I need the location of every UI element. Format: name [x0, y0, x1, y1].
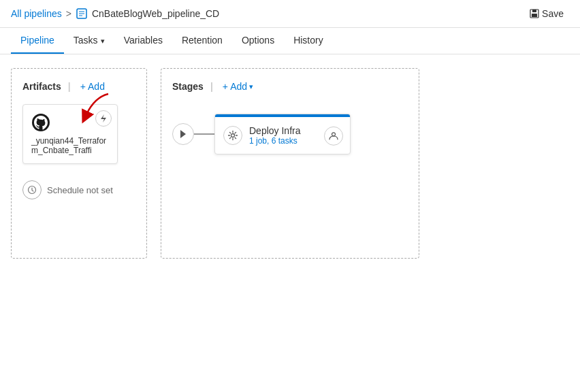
svg-point-8: [332, 133, 336, 136]
stage-card-body: Deploy Infra 1 job, 6 tasks: [215, 117, 350, 154]
trigger-icon: [172, 123, 194, 145]
tasks-chevron-icon: [101, 35, 105, 46]
top-bar: All pipelines > CnBateBlogWeb_pipeline_C…: [0, 0, 580, 28]
stage-info: Deploy Infra 1 job, 6 tasks: [249, 125, 300, 146]
tab-tasks[interactable]: Tasks: [64, 28, 114, 54]
connector-line: [194, 133, 214, 135]
artifacts-header: Artifacts | + Add: [22, 80, 135, 93]
stage-meta: 1 job, 6 tasks: [249, 136, 300, 146]
tab-retention[interactable]: Retention: [172, 28, 232, 54]
tab-pipeline[interactable]: Pipeline: [11, 28, 64, 54]
save-button[interactable]: Save: [524, 5, 569, 22]
stages-panel: Stages | + Add ▾: [161, 68, 419, 259]
breadcrumb: All pipelines > CnBateBlogWeb_pipeline_C…: [11, 7, 219, 20]
all-pipelines-link[interactable]: All pipelines: [11, 8, 62, 19]
stage-card[interactable]: Deploy Infra 1 job, 6 tasks: [214, 114, 351, 154]
artifacts-add-button[interactable]: + Add: [78, 80, 108, 93]
artifacts-separator: |: [68, 81, 71, 92]
artifact-card[interactable]: _yunqian44_Terraform_Cnbate_Traffi: [22, 104, 118, 164]
stage-gear-icon: [223, 126, 242, 145]
stage-name: Deploy Infra: [249, 125, 300, 136]
save-icon: [530, 9, 539, 18]
nav-tabs: Pipeline Tasks Variables Retention Optio…: [0, 28, 580, 54]
lightning-icon: [99, 114, 108, 123]
artifacts-label: Artifacts: [22, 81, 61, 92]
svg-rect-3: [532, 14, 537, 17]
artifacts-panel: Artifacts | + Add: [11, 68, 147, 259]
svg-point-7: [231, 134, 235, 137]
schedule-icon: [22, 180, 42, 199]
tab-variables[interactable]: Variables: [114, 28, 172, 54]
stages-separator: |: [210, 81, 213, 92]
artifact-name: _yunqian44_Terraform_Cnbate_Traffi: [31, 136, 109, 155]
stages-add-chevron-icon: ▾: [249, 82, 253, 91]
pipeline-icon: [76, 7, 88, 20]
stages-label: Stages: [172, 81, 204, 92]
stages-header: Stages | + Add ▾: [172, 80, 408, 93]
schedule-section: Schedule not set: [22, 180, 135, 199]
artifact-lightning-button[interactable]: [95, 110, 112, 127]
canvas-area: Artifacts | + Add: [11, 68, 569, 259]
breadcrumb-separator: >: [66, 8, 71, 19]
stage-user-icon[interactable]: [324, 127, 343, 146]
stage-connector: Deploy Infra 1 job, 6 tasks: [172, 114, 408, 154]
tab-options[interactable]: Options: [232, 28, 284, 54]
stages-add-button[interactable]: + Add ▾: [220, 80, 256, 93]
tab-history[interactable]: History: [284, 28, 333, 54]
pipeline-name: CnBateBlogWeb_pipeline_CD: [92, 8, 219, 19]
schedule-label: Schedule not set: [47, 185, 113, 195]
github-icon: [31, 113, 50, 132]
pipeline-canvas: Artifacts | + Add: [0, 54, 580, 381]
svg-rect-2: [532, 10, 536, 12]
